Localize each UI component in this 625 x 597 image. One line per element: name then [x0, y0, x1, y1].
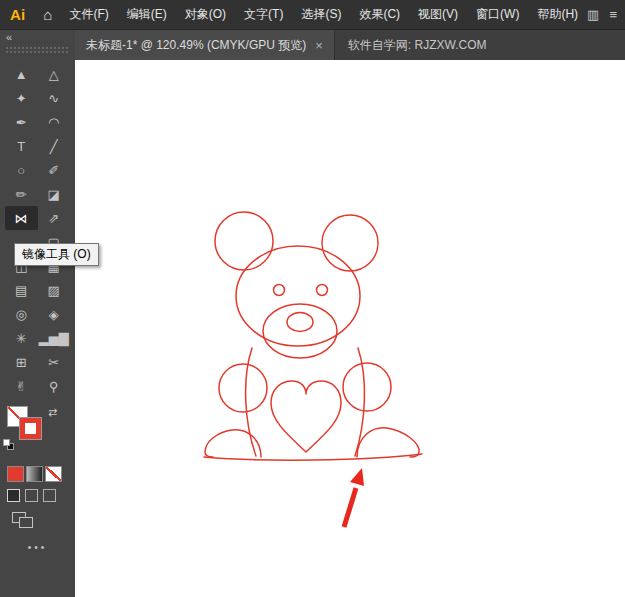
tool-icon: ✳ — [16, 331, 27, 346]
menu-item[interactable]: 文字(T) — [235, 0, 292, 29]
home-icon[interactable]: ⌂ — [35, 6, 60, 23]
symbol-sprayer-tool[interactable]: ✳ — [5, 326, 38, 350]
tool-icon: ▲ — [15, 67, 28, 82]
site-watermark-text: 软件自学网: RJZXW.COM — [335, 30, 487, 60]
column-graph-tool[interactable]: ▂▅▇ — [38, 326, 71, 350]
tool-icon: ⚲ — [49, 379, 59, 394]
swap-fill-stroke-icon[interactable]: ⇄ — [48, 406, 57, 419]
tool-icon: ✒ — [16, 115, 27, 130]
document-tab[interactable]: 未标题-1* @ 120.49% (CMYK/GPU 预览) × — [75, 30, 335, 60]
bear-left-arm[interactable] — [219, 364, 267, 412]
arrow-head — [350, 468, 364, 486]
pencil-tool[interactable]: ✏ — [5, 182, 38, 206]
bear-left-eye[interactable] — [274, 285, 285, 296]
tools-panel: « ▲ △ ✦ ∿ ✒ — [0, 30, 75, 597]
close-icon[interactable]: × — [315, 39, 323, 52]
gradient-tool[interactable]: ▨ — [38, 278, 71, 302]
document-tab-bar: 未标题-1* @ 120.49% (CMYK/GPU 预览) × 软件自学网: … — [75, 30, 625, 60]
bear-nose[interactable] — [287, 313, 313, 332]
color-button[interactable] — [7, 466, 24, 482]
eyedropper-tool[interactable]: ◎ — [5, 302, 38, 326]
panel-drag-grip[interactable] — [5, 46, 70, 54]
bear-left-ear[interactable] — [215, 212, 273, 270]
blend-tool[interactable]: ◈ — [38, 302, 71, 326]
bear-right-ear[interactable] — [322, 215, 378, 271]
tool-icon: ◈ — [49, 307, 59, 322]
none-button[interactable] — [45, 466, 62, 482]
hand-tool[interactable]: ✌ — [5, 374, 38, 398]
tool-icon: ▂▅▇ — [39, 331, 69, 346]
draw-normal-button[interactable] — [7, 489, 20, 502]
menu-item[interactable]: 效果(C) — [350, 0, 409, 29]
main-menus: 文件(F) 编辑(E) 对象(O) 文字(T) 选择(S) 效果(C) 视图(V… — [60, 0, 587, 29]
menu-item[interactable]: 选择(S) — [292, 0, 350, 29]
curvature-tool[interactable]: ◠ — [38, 110, 71, 134]
default-fill-stroke-icon[interactable] — [3, 439, 16, 450]
magic-wand-tool[interactable]: ✦ — [5, 86, 38, 110]
reflect-tool[interactable]: ⋈ — [5, 206, 38, 230]
tool-icon: ✐ — [48, 163, 59, 178]
more-tools-button[interactable]: ••• — [0, 542, 75, 553]
app-logo: Ai — [0, 6, 35, 23]
paintbrush-tool[interactable]: ✐ — [38, 158, 71, 182]
workspace-menu-icon[interactable]: ≡ — [609, 7, 617, 22]
tool-icon: ○ — [17, 163, 25, 178]
bear-right-eye[interactable] — [317, 285, 328, 296]
tool-tooltip: 镜像工具 (O) — [14, 243, 99, 266]
slice-tool[interactable]: ✂ — [38, 350, 71, 374]
tool-icon: ⊞ — [16, 355, 27, 370]
direct-selection-tool[interactable]: △ — [38, 62, 71, 86]
default-fill-chip — [3, 439, 10, 446]
tool-icon: ∿ — [48, 91, 59, 106]
menubar-right-icons: ▥ ≡ — [587, 7, 625, 22]
screen-mode-icon-overlay — [19, 517, 33, 528]
pen-tool[interactable]: ✒ — [5, 110, 38, 134]
artboard-tool[interactable]: ⊞ — [5, 350, 38, 374]
menu-item[interactable]: 窗口(W) — [467, 0, 528, 29]
menu-item[interactable]: 帮助(H) — [528, 0, 587, 29]
tool-icon: ▤ — [15, 283, 27, 298]
menu-item[interactable]: 对象(O) — [176, 0, 235, 29]
document-tab-title: 未标题-1* @ 120.49% (CMYK/GPU 预览) — [86, 37, 306, 54]
tool-icon: ◪ — [48, 187, 60, 202]
collapse-panel-icon[interactable]: « — [0, 30, 75, 44]
tool-icon: ⇗ — [48, 211, 59, 226]
bear-base-line[interactable] — [204, 454, 422, 460]
scale-tool[interactable]: ⇗ — [38, 206, 71, 230]
tool-icon: ✂ — [48, 355, 59, 370]
menu-item[interactable]: 视图(V) — [409, 0, 467, 29]
fill-stroke-cluster: ⇄ — [0, 406, 75, 452]
menu-item[interactable]: 编辑(E) — [118, 0, 176, 29]
tool-icon: ⋈ — [15, 211, 28, 226]
eraser-tool[interactable]: ◪ — [38, 182, 71, 206]
draw-inside-button[interactable] — [43, 489, 56, 502]
tools-grid: ▲ △ ✦ ∿ ✒ ◠ — [0, 62, 75, 398]
menu-item[interactable]: 文件(F) — [60, 0, 117, 29]
zoom-tool[interactable]: ⚲ — [38, 374, 71, 398]
screen-mode-button[interactable] — [12, 512, 34, 528]
bear-right-arm[interactable] — [343, 363, 391, 411]
tool-icon: ◠ — [48, 115, 59, 130]
canvas-artwork[interactable] — [75, 60, 625, 597]
tool-icon: ╱ — [50, 139, 58, 154]
menu-bar: Ai ⌂ 文件(F) 编辑(E) 对象(O) 文字(T) 选择(S) 效果(C)… — [0, 0, 625, 30]
teddy-bear-outline[interactable] — [204, 212, 422, 460]
line-segment-tool[interactable]: ╱ — [38, 134, 71, 158]
stroke-color-swatch[interactable] — [19, 417, 42, 440]
draw-behind-button[interactable] — [25, 489, 38, 502]
heart-shape[interactable] — [271, 381, 341, 452]
ellipse-tool[interactable]: ○ — [5, 158, 38, 182]
arrow-shaft — [344, 488, 356, 527]
annotation-arrow[interactable] — [344, 468, 364, 527]
lasso-tool[interactable]: ∿ — [38, 86, 71, 110]
artboard-canvas[interactable] — [75, 60, 625, 597]
tool-icon: T — [17, 139, 25, 154]
mesh-tool[interactable]: ▤ — [5, 278, 38, 302]
bear-right-foot[interactable] — [357, 428, 419, 457]
type-tool[interactable]: T — [5, 134, 38, 158]
arrange-documents-icon[interactable]: ▥ — [587, 7, 599, 22]
illustrator-window: Ai ⌂ 文件(F) 编辑(E) 对象(O) 文字(T) 选择(S) 效果(C)… — [0, 0, 625, 597]
selection-tool[interactable]: ▲ — [5, 62, 38, 86]
gradient-button[interactable] — [26, 466, 43, 482]
drawing-modes-row — [0, 482, 75, 502]
